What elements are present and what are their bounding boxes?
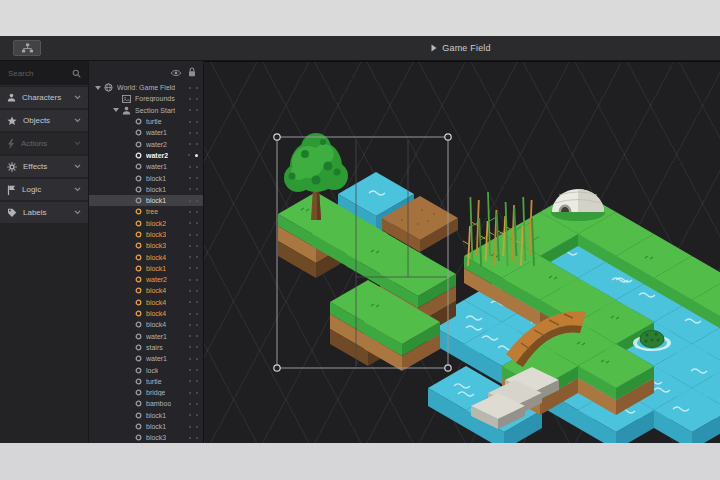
lock-toggle[interactable] — [196, 369, 198, 371]
layer-row-water1[interactable]: water1 — [89, 331, 203, 342]
visibility-toggle[interactable] — [189, 369, 191, 371]
lock-toggle[interactable] — [196, 98, 198, 100]
layer-row-block3[interactable]: block3 — [89, 240, 203, 251]
layer-row-block4[interactable]: block4 — [89, 285, 203, 296]
lock-toggle[interactable] — [196, 313, 198, 315]
disclosure-triangle-icon[interactable] — [95, 86, 101, 90]
visibility-toggle[interactable] — [189, 267, 191, 269]
visibility-toggle[interactable] — [189, 437, 191, 439]
visibility-toggle[interactable] — [189, 346, 191, 348]
sidebar-item-labels[interactable]: Labels — [0, 202, 88, 223]
visibility-toggle[interactable] — [189, 234, 191, 236]
sidebar-item-logic[interactable]: Logic — [0, 179, 88, 200]
visibility-toggle[interactable] — [189, 188, 191, 190]
lock-toggle[interactable] — [196, 380, 198, 382]
lock-toggle[interactable] — [196, 346, 198, 348]
layer-row-block1[interactable]: block1 — [89, 172, 203, 183]
lock-toggle[interactable] — [196, 426, 198, 428]
visibility-toggle[interactable] — [189, 335, 191, 337]
visibility-toggle[interactable] — [189, 98, 191, 100]
sidebar-item-characters[interactable]: Characters — [0, 87, 88, 108]
lock-toggle[interactable] — [196, 87, 198, 89]
lock-toggle[interactable] — [196, 166, 198, 168]
lock-toggle[interactable] — [196, 301, 198, 303]
layer-row-block1[interactable]: block1 — [89, 263, 203, 274]
lock-toggle[interactable] — [196, 245, 198, 247]
layer-row-block4[interactable]: block4 — [89, 308, 203, 319]
layer-row-lock[interactable]: lock — [89, 364, 203, 375]
lock-toggle[interactable] — [196, 132, 198, 134]
lock-toggle[interactable] — [196, 279, 198, 281]
lock-toggle[interactable] — [196, 358, 198, 360]
layer-row-turtle[interactable]: turtle — [89, 376, 203, 387]
visibility-toggle[interactable] — [188, 154, 190, 156]
selection-handle[interactable] — [445, 365, 451, 371]
layer-row-water1[interactable]: water1 — [89, 127, 203, 138]
lock-toggle[interactable] — [196, 222, 198, 224]
visibility-toggle[interactable] — [189, 143, 191, 145]
visibility-toggle[interactable] — [189, 426, 191, 428]
layer-row-block1[interactable]: block1 — [89, 421, 203, 432]
lock-toggle[interactable] — [196, 256, 198, 258]
visibility-toggle[interactable] — [189, 392, 191, 394]
layer-row-section-start[interactable]: Section Start — [89, 105, 203, 116]
layer-row-foregrounds[interactable]: Foregrounds — [89, 93, 203, 104]
layer-row-water2[interactable]: water2 — [89, 274, 203, 285]
visibility-toggle[interactable] — [189, 87, 191, 89]
lock-toggle[interactable] — [196, 335, 198, 337]
disclosure-triangle-icon[interactable] — [113, 108, 119, 112]
layer-row-block4[interactable]: block4 — [89, 297, 203, 308]
visibility-toggle[interactable] — [189, 414, 191, 416]
layer-row-block1[interactable]: block1 — [89, 184, 203, 195]
visibility-toggle[interactable] — [189, 358, 191, 360]
canvas[interactable] — [204, 61, 720, 443]
lock-icon[interactable] — [188, 63, 196, 81]
layer-row-block4[interactable]: block4 — [89, 251, 203, 262]
layer-row-world-game-field[interactable]: World: Game Field — [89, 82, 203, 93]
layer-row-block1[interactable]: block1 — [89, 410, 203, 421]
layer-row-block3[interactable]: block3 — [89, 432, 203, 443]
scene-svg[interactable] — [204, 62, 720, 444]
lock-toggle[interactable] — [196, 414, 198, 416]
search-box[interactable]: Search — [0, 61, 88, 86]
layer-row-water1[interactable]: water1 — [89, 353, 203, 364]
visibility-toggle[interactable] — [189, 279, 191, 281]
visibility-toggle[interactable] — [189, 313, 191, 315]
sidebar-item-effects[interactable]: Effects — [0, 156, 88, 177]
sidebar-item-objects[interactable]: Objects — [0, 110, 88, 131]
visibility-toggle[interactable] — [189, 177, 191, 179]
layer-row-turtle[interactable]: turtle — [89, 116, 203, 127]
visibility-toggle[interactable] — [189, 121, 191, 123]
lock-toggle[interactable] — [196, 177, 198, 179]
lock-toggle[interactable] — [196, 234, 198, 236]
visibility-toggle[interactable] — [189, 290, 191, 292]
lock-toggle[interactable] — [196, 267, 198, 269]
visibility-toggle[interactable] — [189, 211, 191, 213]
selected-indicator[interactable] — [195, 154, 198, 157]
visibility-toggle[interactable] — [189, 200, 191, 202]
layer-row-water2[interactable]: water2 — [89, 150, 203, 161]
layer-row-water2[interactable]: water2 — [89, 138, 203, 149]
layer-row-block4[interactable]: block4 — [89, 319, 203, 330]
lock-toggle[interactable] — [196, 392, 198, 394]
eye-icon[interactable] — [170, 63, 182, 81]
lock-toggle[interactable] — [196, 200, 198, 202]
visibility-toggle[interactable] — [189, 324, 191, 326]
visibility-toggle[interactable] — [189, 109, 191, 111]
visibility-toggle[interactable] — [189, 380, 191, 382]
visibility-toggle[interactable] — [189, 132, 191, 134]
layer-row-block3[interactable]: block3 — [89, 229, 203, 240]
lock-toggle[interactable] — [196, 211, 198, 213]
lock-toggle[interactable] — [196, 290, 198, 292]
visibility-toggle[interactable] — [189, 166, 191, 168]
lock-toggle[interactable] — [196, 109, 198, 111]
prop-igloo[interactable] — [551, 189, 605, 221]
visibility-toggle[interactable] — [189, 222, 191, 224]
layer-row-bridge[interactable]: bridge — [89, 387, 203, 398]
layer-row-block2[interactable]: block2 — [89, 218, 203, 229]
layer-row-water1[interactable]: water1 — [89, 161, 203, 172]
lock-toggle[interactable] — [196, 121, 198, 123]
selection-handle[interactable] — [274, 134, 280, 140]
layer-row-stairs[interactable]: stairs — [89, 342, 203, 353]
lock-toggle[interactable] — [196, 188, 198, 190]
